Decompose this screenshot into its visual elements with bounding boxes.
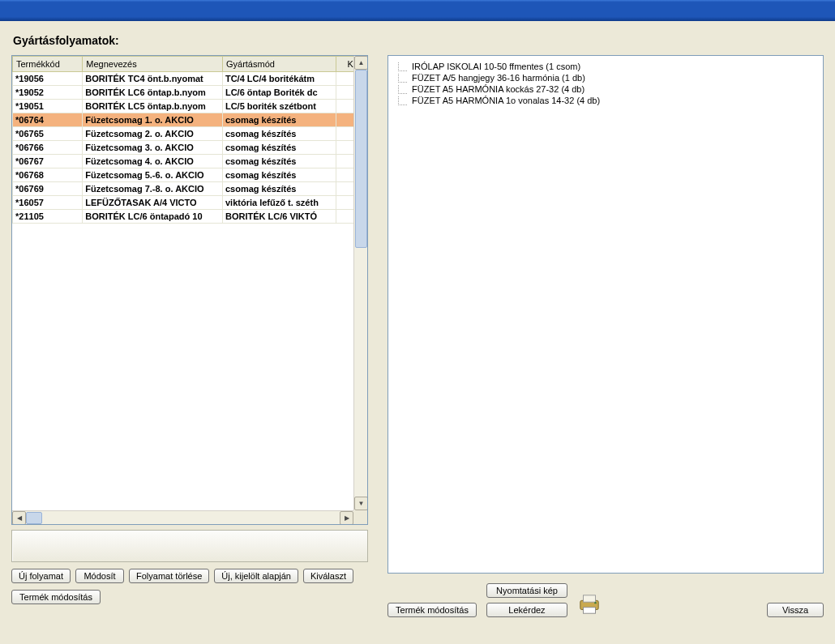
page-title: Gyártásfolyamatok: — [13, 34, 824, 47]
cell-termekkod: *19056 — [13, 72, 83, 86]
nyomtatasi-kep-button[interactable]: Nyomtatási kép — [486, 583, 567, 598]
cell-termekkod: *16057 — [13, 196, 83, 210]
list-item[interactable]: IRÓLAP ISKOLAI 10-50 ffmentes (1 csom) — [395, 61, 816, 72]
right-btn-col-left: Termék módosítás — [388, 603, 477, 617]
cell-termekkod: *06767 — [13, 155, 83, 168]
filter-panel — [11, 530, 368, 562]
scroll-left-icon[interactable]: ◀ — [12, 511, 26, 524]
right-btn-col-right: Vissza — [767, 603, 824, 617]
cell-megnevezes: Füzetcsomag 4. o. AKCIO — [83, 155, 223, 168]
table-row[interactable]: *06766Füzetcsomag 3. o. AKCIOcsomag kész… — [13, 141, 367, 155]
cell-gyartasmod: csomag készítés — [222, 127, 336, 141]
col-termekkod[interactable]: Termékkód — [13, 57, 83, 72]
cell-megnevezes: Füzetcsomag 7.-8. o. AKCIO — [83, 182, 223, 196]
table-row[interactable]: *19051BORITÉK LC5 öntap.b.nyomLC/5 borit… — [13, 100, 367, 113]
uj-folyamat-button[interactable]: Új folyamat — [11, 569, 71, 583]
col-gyartasmod[interactable]: Gyártásmód — [222, 57, 336, 72]
svg-rect-1 — [584, 595, 596, 602]
printer-icon[interactable] — [577, 593, 602, 617]
lekerdezes-button[interactable]: Lekérdez — [486, 603, 567, 617]
tree-box[interactable]: IRÓLAP ISKOLAI 10-50 ffmentes (1 csom)FÜ… — [388, 55, 824, 574]
vissza-button[interactable]: Vissza — [767, 603, 824, 617]
cell-gyartasmod: csomag készítés — [222, 168, 336, 182]
left-panel: Termékkód Megnevezés Gyártásmód Kód *190… — [11, 55, 368, 617]
table-row[interactable]: *06767Füzetcsomag 4. o. AKCIOcsomag kész… — [13, 155, 367, 168]
table-row[interactable]: *06764Füzetcsomag 1. o. AKCIOcsomag kész… — [13, 113, 367, 127]
cell-termekkod: *06766 — [13, 141, 83, 155]
right-panel: IRÓLAP ISKOLAI 10-50 ffmentes (1 csom)FÜ… — [388, 55, 824, 617]
scroll-down-icon[interactable]: ▼ — [354, 497, 367, 510]
horizontal-scrollbar[interactable]: ◀ ▶ — [12, 510, 353, 524]
cell-gyartasmod: LC/6 öntap Boriték dc — [222, 86, 336, 100]
right-btn-col-mid: Nyomtatási kép Lekérdez — [486, 583, 567, 617]
scroll-thumb-v[interactable] — [355, 70, 367, 248]
cell-gyartasmod: LC/5 boriték szétbont — [222, 100, 336, 113]
cell-termekkod: *21105 — [13, 210, 83, 224]
uj-kijelolt-alapjan-button[interactable]: Új, kijelölt alapján — [214, 569, 298, 583]
cell-termekkod: *06768 — [13, 168, 83, 182]
table-row[interactable]: *19056BORITÉK TC4 önt.b.nyomatTC/4 LC/4 … — [13, 72, 367, 86]
scroll-up-icon[interactable]: ▲ — [354, 56, 367, 70]
cell-termekkod: *06765 — [13, 127, 83, 141]
cell-megnevezes: BORITÉK LC6 öntap.b.nyom — [83, 86, 223, 100]
list-item[interactable]: FÜZET A5 HARMÓNIA kockás 27-32 (4 db) — [395, 83, 816, 95]
scroll-right-icon[interactable]: ▶ — [340, 511, 353, 524]
window-body: Gyártásfolyamatok: Termékkód Megnevezés … — [0, 21, 835, 625]
grid-scroll-body: Termékkód Megnevezés Gyártásmód Kód *190… — [12, 56, 367, 524]
termek-modositas-button-right[interactable]: Termék módosítás — [388, 603, 477, 617]
table-row[interactable]: *06765Füzetcsomag 2. o. AKCIOcsomag kész… — [13, 127, 367, 141]
col-megnevezes[interactable]: Megnevezés — [83, 57, 223, 72]
table-row[interactable]: *06769Füzetcsomag 7.-8. o. AKCIOcsomag k… — [13, 182, 367, 196]
kivalaszt-button[interactable]: Kiválaszt — [303, 569, 353, 583]
cell-gyartasmod: BORITÉK LC/6 VIKTÓ — [222, 210, 336, 224]
right-bottom-bar: Termék módosítás Nyomtatási kép Lekérdez — [388, 583, 824, 617]
cell-megnevezes: Füzetcsomag 1. o. AKCIO — [83, 113, 223, 127]
cell-gyartasmod: csomag készítés — [222, 113, 336, 127]
cell-gyartasmod: csomag készítés — [222, 182, 336, 196]
left-button-row-1: Új folyamat Módosít Folyamat törlése Új,… — [11, 569, 368, 583]
cell-termekkod: *06769 — [13, 182, 83, 196]
table-row[interactable]: *06768Füzetcsomag 5.-6. o. AKCIOcsomag k… — [13, 168, 367, 182]
cell-gyartasmod: TC/4 LC/4 boritékátm — [222, 72, 336, 86]
cell-termekkod: *19052 — [13, 86, 83, 100]
table-row[interactable]: *19052BORITÉK LC6 öntap.b.nyomLC/6 öntap… — [13, 86, 367, 100]
grid-header-row: Termékkód Megnevezés Gyártásmód Kód — [13, 57, 367, 72]
list-item[interactable]: FÜZET A/5 hangjegy 36-16 harmónia (1 db) — [395, 72, 816, 83]
cell-megnevezes: Füzetcsomag 2. o. AKCIO — [83, 127, 223, 141]
cell-megnevezes: LEFÜZŐTASAK A/4 VICTO — [83, 196, 223, 210]
folyamat-torlese-button[interactable]: Folyamat törlése — [129, 569, 209, 583]
scroll-thumb-h[interactable] — [26, 512, 42, 524]
left-button-row-2: Termék módosítás — [11, 590, 368, 604]
cell-megnevezes: BORITÉK LC/6 öntapadó 10 — [83, 210, 223, 224]
table-row[interactable]: *21105BORITÉK LC/6 öntapadó 10BORITÉK LC… — [13, 210, 367, 224]
content-row: Termékkód Megnevezés Gyártásmód Kód *190… — [11, 55, 824, 617]
cell-gyartasmod: csomag készítés — [222, 141, 336, 155]
cell-gyartasmod: viktória lefűző t. széth — [222, 196, 336, 210]
svg-rect-2 — [584, 608, 596, 613]
cell-termekkod: *19051 — [13, 100, 83, 113]
cell-megnevezes: BORITÉK LC5 öntap.b.nyom — [83, 100, 223, 113]
grid-table[interactable]: Termékkód Megnevezés Gyártásmód Kód *190… — [12, 56, 367, 224]
cell-megnevezes: Füzetcsomag 5.-6. o. AKCIO — [83, 168, 223, 182]
vertical-scrollbar[interactable]: ▲ ▼ — [353, 56, 367, 510]
termek-modositas-button-left[interactable]: Termék módosítás — [11, 590, 101, 604]
list-item[interactable]: FÜZET A5 HARMÓNIA 1o vonalas 14-32 (4 db… — [395, 95, 816, 106]
scroll-corner — [353, 510, 367, 524]
cell-megnevezes: BORITÉK TC4 önt.b.nyomat — [83, 72, 223, 86]
modosit-button[interactable]: Módosít — [75, 569, 124, 583]
table-row[interactable]: *16057LEFÜZŐTASAK A/4 VICTOviktória lefű… — [13, 196, 367, 210]
cell-gyartasmod: csomag készítés — [222, 155, 336, 168]
svg-point-3 — [594, 602, 596, 603]
grid-box: Termékkód Megnevezés Gyártásmód Kód *190… — [11, 55, 368, 525]
cell-megnevezes: Füzetcsomag 3. o. AKCIO — [83, 141, 223, 155]
title-bar — [0, 0, 835, 21]
cell-termekkod: *06764 — [13, 113, 83, 127]
